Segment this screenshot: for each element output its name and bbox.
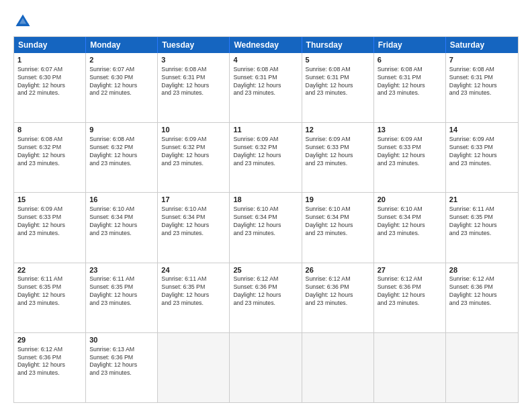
header-day-tuesday: Tuesday	[158, 37, 230, 53]
day-number: 1	[17, 55, 82, 65]
calendar-cell-4: 4Sunrise: 6:08 AMSunset: 6:31 PMDaylight…	[230, 53, 302, 122]
calendar-row-1: 8Sunrise: 6:08 AMSunset: 6:32 PMDaylight…	[14, 122, 518, 192]
cell-info: Sunrise: 6:10 AMSunset: 6:34 PMDaylight:…	[233, 205, 298, 238]
day-number: 15	[17, 195, 82, 205]
day-number: 27	[378, 265, 442, 275]
header-day-wednesday: Wednesday	[230, 37, 302, 53]
calendar-row-4: 29Sunrise: 6:12 AMSunset: 6:36 PMDayligh…	[14, 332, 518, 402]
calendar-cell-5: 5Sunrise: 6:08 AMSunset: 6:31 PMDaylight…	[302, 53, 374, 122]
day-number: 9	[89, 125, 154, 135]
cell-info: Sunrise: 6:11 AMSunset: 6:35 PMDaylight:…	[17, 275, 82, 308]
calendar-cell-1: 1Sunrise: 6:07 AMSunset: 6:30 PMDaylight…	[14, 53, 86, 122]
calendar-cell-30: 30Sunrise: 6:13 AMSunset: 6:36 PMDayligh…	[86, 333, 158, 402]
calendar-cell-empty	[230, 333, 302, 402]
calendar-body: 1Sunrise: 6:07 AMSunset: 6:30 PMDaylight…	[14, 53, 518, 402]
cell-info: Sunrise: 6:12 AMSunset: 6:36 PMDaylight:…	[378, 275, 442, 308]
day-number: 12	[306, 125, 370, 135]
calendar-cell-16: 16Sunrise: 6:10 AMSunset: 6:34 PMDayligh…	[86, 193, 158, 262]
calendar-cell-14: 14Sunrise: 6:09 AMSunset: 6:33 PMDayligh…	[446, 123, 518, 192]
logo-icon	[13, 12, 32, 31]
cell-info: Sunrise: 6:12 AMSunset: 6:36 PMDaylight:…	[449, 275, 515, 308]
calendar-header: SundayMondayTuesdayWednesdayThursdayFrid…	[14, 37, 518, 53]
calendar-cell-29: 29Sunrise: 6:12 AMSunset: 6:36 PMDayligh…	[14, 333, 86, 402]
cell-info: Sunrise: 6:08 AMSunset: 6:31 PMDaylight:…	[161, 66, 226, 98]
cell-info: Sunrise: 6:09 AMSunset: 6:33 PMDaylight:…	[378, 136, 442, 168]
day-number: 24	[161, 265, 226, 275]
day-number: 19	[306, 195, 370, 205]
cell-info: Sunrise: 6:07 AMSunset: 6:30 PMDaylight:…	[89, 66, 154, 98]
calendar-cell-25: 25Sunrise: 6:12 AMSunset: 6:36 PMDayligh…	[230, 263, 302, 332]
day-number: 14	[449, 125, 515, 135]
day-number: 11	[233, 125, 298, 135]
day-number: 18	[233, 195, 298, 205]
cell-info: Sunrise: 6:09 AMSunset: 6:33 PMDaylight:…	[449, 136, 515, 168]
cell-info: Sunrise: 6:09 AMSunset: 6:33 PMDaylight:…	[306, 136, 370, 168]
cell-info: Sunrise: 6:08 AMSunset: 6:31 PMDaylight:…	[233, 66, 298, 98]
cell-info: Sunrise: 6:11 AMSunset: 6:35 PMDaylight:…	[89, 275, 154, 308]
cell-info: Sunrise: 6:12 AMSunset: 6:36 PMDaylight:…	[233, 275, 298, 308]
cell-info: Sunrise: 6:08 AMSunset: 6:31 PMDaylight:…	[306, 66, 370, 98]
calendar-cell-20: 20Sunrise: 6:10 AMSunset: 6:34 PMDayligh…	[374, 193, 446, 262]
calendar-cell-18: 18Sunrise: 6:10 AMSunset: 6:34 PMDayligh…	[230, 193, 302, 262]
header-day-saturday: Saturday	[446, 37, 518, 53]
calendar-cell-27: 27Sunrise: 6:12 AMSunset: 6:36 PMDayligh…	[374, 263, 446, 332]
day-number: 17	[161, 195, 226, 205]
cell-info: Sunrise: 6:10 AMSunset: 6:34 PMDaylight:…	[306, 205, 370, 238]
cell-info: Sunrise: 6:08 AMSunset: 6:31 PMDaylight:…	[378, 66, 442, 98]
page: SundayMondayTuesdayWednesdayThursdayFrid…	[0, 0, 532, 411]
day-number: 5	[306, 55, 370, 65]
day-number: 13	[378, 125, 442, 135]
cell-info: Sunrise: 6:12 AMSunset: 6:36 PMDaylight:…	[17, 346, 82, 378]
cell-info: Sunrise: 6:13 AMSunset: 6:36 PMDaylight:…	[89, 346, 154, 378]
cell-info: Sunrise: 6:09 AMSunset: 6:32 PMDaylight:…	[161, 136, 226, 168]
calendar-cell-21: 21Sunrise: 6:11 AMSunset: 6:35 PMDayligh…	[446, 193, 518, 262]
calendar-cell-empty	[374, 333, 446, 402]
cell-info: Sunrise: 6:12 AMSunset: 6:36 PMDaylight:…	[306, 275, 370, 308]
calendar-cell-15: 15Sunrise: 6:09 AMSunset: 6:33 PMDayligh…	[14, 193, 86, 262]
header-day-sunday: Sunday	[14, 37, 86, 53]
calendar-cell-13: 13Sunrise: 6:09 AMSunset: 6:33 PMDayligh…	[374, 123, 446, 192]
day-number: 28	[449, 265, 515, 275]
logo	[13, 12, 35, 31]
cell-info: Sunrise: 6:10 AMSunset: 6:34 PMDaylight:…	[89, 205, 154, 238]
header-day-thursday: Thursday	[302, 37, 374, 53]
day-number: 30	[89, 335, 154, 345]
cell-info: Sunrise: 6:08 AMSunset: 6:32 PMDaylight:…	[89, 136, 154, 168]
calendar: SundayMondayTuesdayWednesdayThursdayFrid…	[13, 36, 519, 403]
day-number: 20	[378, 195, 442, 205]
calendar-cell-2: 2Sunrise: 6:07 AMSunset: 6:30 PMDaylight…	[86, 53, 158, 122]
calendar-cell-7: 7Sunrise: 6:08 AMSunset: 6:31 PMDaylight…	[446, 53, 518, 122]
day-number: 10	[161, 125, 226, 135]
calendar-cell-12: 12Sunrise: 6:09 AMSunset: 6:33 PMDayligh…	[302, 123, 374, 192]
day-number: 21	[449, 195, 515, 205]
cell-info: Sunrise: 6:08 AMSunset: 6:32 PMDaylight:…	[17, 136, 82, 168]
calendar-cell-28: 28Sunrise: 6:12 AMSunset: 6:36 PMDayligh…	[446, 263, 518, 332]
day-number: 8	[17, 125, 82, 135]
calendar-cell-empty	[158, 333, 230, 402]
calendar-cell-23: 23Sunrise: 6:11 AMSunset: 6:35 PMDayligh…	[86, 263, 158, 332]
cell-info: Sunrise: 6:11 AMSunset: 6:35 PMDaylight:…	[449, 205, 515, 238]
header	[13, 12, 519, 31]
calendar-row-2: 15Sunrise: 6:09 AMSunset: 6:33 PMDayligh…	[14, 192, 518, 262]
cell-info: Sunrise: 6:09 AMSunset: 6:33 PMDaylight:…	[17, 205, 82, 238]
day-number: 22	[17, 265, 82, 275]
day-number: 26	[306, 265, 370, 275]
cell-info: Sunrise: 6:10 AMSunset: 6:34 PMDaylight:…	[161, 205, 226, 238]
cell-info: Sunrise: 6:11 AMSunset: 6:35 PMDaylight:…	[161, 275, 226, 308]
day-number: 16	[89, 195, 154, 205]
calendar-row-0: 1Sunrise: 6:07 AMSunset: 6:30 PMDaylight…	[14, 53, 518, 122]
cell-info: Sunrise: 6:08 AMSunset: 6:31 PMDaylight:…	[449, 66, 515, 98]
calendar-cell-9: 9Sunrise: 6:08 AMSunset: 6:32 PMDaylight…	[86, 123, 158, 192]
calendar-cell-17: 17Sunrise: 6:10 AMSunset: 6:34 PMDayligh…	[158, 193, 230, 262]
calendar-cell-empty	[446, 333, 518, 402]
svg-rect-2	[17, 24, 29, 27]
day-number: 23	[89, 265, 154, 275]
day-number: 6	[378, 55, 442, 65]
day-number: 3	[161, 55, 226, 65]
calendar-cell-26: 26Sunrise: 6:12 AMSunset: 6:36 PMDayligh…	[302, 263, 374, 332]
calendar-cell-3: 3Sunrise: 6:08 AMSunset: 6:31 PMDaylight…	[158, 53, 230, 122]
cell-info: Sunrise: 6:10 AMSunset: 6:34 PMDaylight:…	[378, 205, 442, 238]
day-number: 7	[449, 55, 515, 65]
calendar-cell-6: 6Sunrise: 6:08 AMSunset: 6:31 PMDaylight…	[374, 53, 446, 122]
cell-info: Sunrise: 6:09 AMSunset: 6:32 PMDaylight:…	[233, 136, 298, 168]
